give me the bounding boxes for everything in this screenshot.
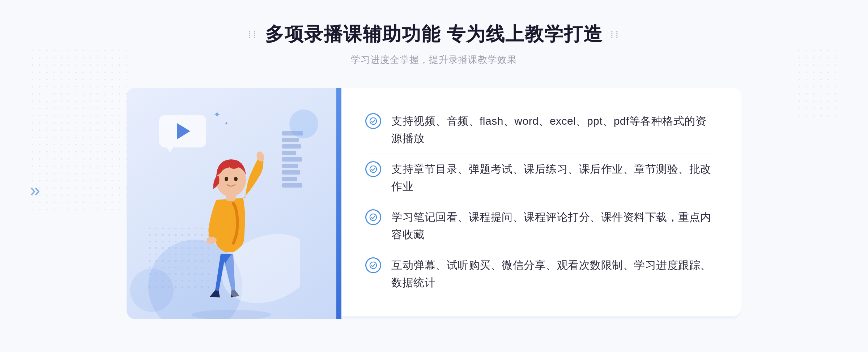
- feature-item-2: 支持章节目录、弹题考试、课后练习、课后作业、章节测验、批改作业: [365, 154, 712, 202]
- svg-point-0: [192, 310, 271, 319]
- checkmark-svg-1: [369, 117, 377, 125]
- checkmark-svg-4: [369, 261, 377, 269]
- checkmark-svg-2: [369, 165, 377, 173]
- title-dots-right: ⁞⁞: [610, 28, 620, 41]
- svg-point-5: [225, 177, 228, 181]
- page-container: » ⁞⁞ 多项录播课辅助功能 专为线上教学打造 ⁞⁞ 学习进度全掌握，提升录播课…: [0, 0, 868, 352]
- features-panel-wrapper: 支持视频、音频、flash、word、excel、ppt、pdf等各种格式的资源…: [336, 88, 741, 319]
- sparkle-star-1: ✦: [213, 110, 221, 120]
- svg-point-8: [370, 118, 376, 124]
- sparkle-star-2: ✦: [224, 120, 229, 126]
- bg-dots-right-decoration: [796, 47, 839, 119]
- content-area: ✦ ✦: [127, 88, 741, 319]
- svg-point-10: [370, 214, 376, 220]
- play-triangle-icon: [177, 123, 190, 139]
- feature-item-4: 互动弹幕、试听购买、微信分享、观看次数限制、学习进度跟踪、数据统计: [365, 250, 712, 298]
- svg-point-6: [234, 177, 238, 181]
- check-icon-2: [365, 161, 381, 177]
- illustration-panel: ✦ ✦: [127, 88, 336, 319]
- svg-point-9: [370, 166, 376, 172]
- title-row: ⁞⁞ 多项录播课辅助功能 专为线上教学打造 ⁞⁞: [248, 22, 620, 47]
- feature-item-3: 学习笔记回看、课程提问、课程评论打分、课件资料下载，重点内容收藏: [365, 202, 712, 250]
- title-dots-left: ⁞⁞: [248, 28, 258, 41]
- feature-item-1: 支持视频、音频、flash、word、excel、ppt、pdf等各种格式的资源…: [365, 106, 712, 154]
- svg-point-11: [370, 262, 376, 269]
- check-icon-1: [365, 113, 381, 129]
- check-icon-3: [365, 209, 381, 225]
- subtitle: 学习进度全掌握，提升录播课教学效果: [351, 53, 517, 66]
- feature-text-4: 互动弹幕、试听购买、微信分享、观看次数限制、学习进度跟踪、数据统计: [391, 257, 712, 291]
- features-panel: 支持视频、音频、flash、word、excel、ppt、pdf等各种格式的资源…: [336, 88, 741, 316]
- feature-text-1: 支持视频、音频、flash、word、excel、ppt、pdf等各种格式的资源…: [391, 112, 712, 147]
- svg-point-2: [207, 237, 217, 244]
- main-title: 多项录播课辅助功能 专为线上教学打造: [265, 22, 603, 47]
- play-bubble-bg: [159, 115, 206, 147]
- checkmark-svg-3: [369, 213, 377, 221]
- feature-text-3: 学习笔记回看、课程提问、课程评论打分、课件资料下载，重点内容收藏: [391, 209, 712, 243]
- header-section: ⁞⁞ 多项录播课辅助功能 专为线上教学打造 ⁞⁞ 学习进度全掌握，提升录播课教学…: [248, 22, 620, 66]
- bg-dots-left-decoration: [29, 47, 130, 210]
- blue-vertical-bar: [336, 88, 341, 319]
- play-bubble: [159, 115, 206, 151]
- svg-point-1: [255, 150, 265, 162]
- check-icon-4: [365, 257, 381, 273]
- feature-text-2: 支持章节目录、弹题考试、课后练习、课后作业、章节测验、批改作业: [391, 160, 712, 195]
